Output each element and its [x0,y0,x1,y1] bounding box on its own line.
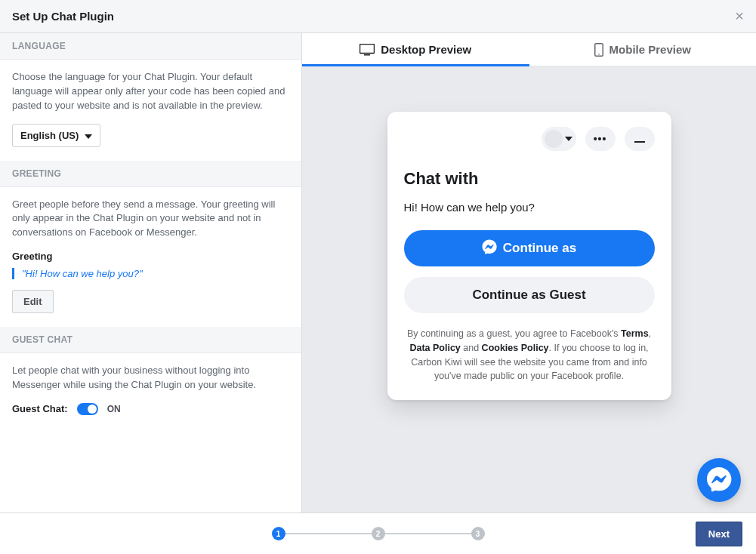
svg-point-3 [598,54,600,55]
language-description: Choose the language for your Chat Plugin… [12,70,289,113]
preview-tabs: Desktop Preview Mobile Preview [302,33,756,66]
greeting-description: Greet people before they send a message.… [12,198,289,241]
guest-description: Let people chat with your business witho… [12,364,289,392]
tab-desktop-preview[interactable]: Desktop Preview [302,33,529,66]
svg-rect-0 [360,44,375,53]
more-button[interactable]: ••• [585,127,616,151]
continue-as-label: Continue as [503,241,576,256]
mobile-icon [594,43,603,57]
footer: 1 2 3 Next [0,512,756,554]
tab-desktop-label: Desktop Preview [381,43,471,56]
guest-toggle-label: Guest Chat: [12,403,68,414]
settings-panel: LANGUAGE Choose the language for your Ch… [0,33,302,512]
guest-chat-toggle[interactable] [77,403,98,415]
avatar-icon [545,130,563,148]
edit-button[interactable]: Edit [12,290,54,313]
tab-mobile-preview[interactable]: Mobile Preview [529,33,757,66]
cookies-policy-link[interactable]: Cookies Policy [482,343,549,353]
section-heading-guest: GUEST CHAT [0,327,301,353]
greeting-text: "Hi! How can we help you?" [12,268,289,279]
preview-area: ••• Chat with Hi! How can we help you? C… [302,66,756,512]
chat-greeting: Hi! How can we help you? [404,201,655,214]
caret-down-icon [85,130,92,141]
step-line [385,533,471,534]
preview-panel: Desktop Preview Mobile Preview ••• [302,33,756,512]
language-selected: English (US) [20,130,79,141]
continue-guest-button[interactable]: Continue as Guest [404,277,655,313]
continue-as-button[interactable]: Continue as [404,230,655,266]
step-2[interactable]: 2 [372,527,385,540]
greeting-label: Greeting [12,251,289,262]
svg-rect-4 [634,141,645,143]
language-dropdown[interactable]: English (US) [12,124,100,147]
step-3[interactable]: 3 [471,527,485,540]
chat-plugin-card: ••• Chat with Hi! How can we help you? C… [387,112,671,400]
modal-title: Set Up Chat Plugin [12,10,114,23]
guest-toggle-state: ON [107,404,121,414]
desktop-icon [359,44,375,56]
minimize-icon [634,133,645,145]
account-switcher[interactable] [542,127,576,151]
terms-link[interactable]: Terms [621,328,649,339]
messenger-icon [482,239,497,258]
disclaimer-text: By continuing as a guest, you agree to F… [404,327,655,383]
next-button[interactable]: Next [696,522,742,546]
close-icon[interactable]: × [735,8,744,25]
messenger-icon [706,466,732,494]
minimize-button[interactable] [625,127,655,151]
messenger-fab[interactable] [697,458,741,502]
more-icon: ••• [594,133,607,145]
modal-header: Set Up Chat Plugin × [0,0,756,33]
tab-mobile-label: Mobile Preview [609,43,691,56]
section-heading-language: LANGUAGE [0,33,301,60]
step-1[interactable]: 1 [272,527,285,540]
svg-rect-1 [364,54,370,56]
section-heading-greeting: GREETING [0,161,301,187]
data-policy-link[interactable]: Data Policy [409,343,460,353]
chat-title: Chat with [404,169,655,189]
step-line [285,533,372,534]
stepper: 1 2 3 [272,527,485,540]
